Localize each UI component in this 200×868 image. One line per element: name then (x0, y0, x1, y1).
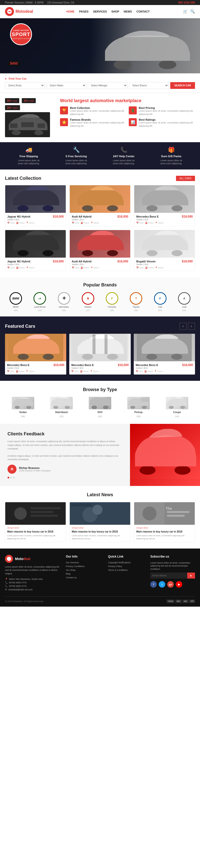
svg-point-31 (171, 354, 182, 360)
feedback-dot-1[interactable] (7, 477, 9, 478)
car-subtitle-3: Sedan | $16 (7, 263, 64, 266)
car-type-5: ⛽ Petrol (145, 267, 154, 269)
footer-link-shop[interactable]: Our Shop (66, 569, 103, 571)
svg-point-41 (169, 406, 174, 409)
list-item: Jaguar M1 Hybrid $18,000 Sedan | $16 📅 2… (5, 185, 66, 226)
car-price-5: $18,000 (182, 259, 193, 263)
footer-phone-1-text: 00765 0665 0776 (9, 581, 27, 584)
feature-pricing-text: Best Pricing Lorem ipsum dolor sit amet,… (139, 106, 195, 116)
search-icon[interactable]: 🔍 (190, 9, 195, 14)
news-svg-2: The (134, 502, 195, 525)
googleplus-icon[interactable]: g+ (167, 581, 174, 588)
type-hatchback[interactable]: Hatchback (21) (50, 397, 73, 417)
svg-point-17 (82, 250, 93, 256)
mileage-select[interactable]: Select Mileage (88, 82, 128, 89)
featured-header: Featured Cars ‹ › (5, 323, 195, 330)
brand-bmw[interactable]: BMW BMW (35) (9, 292, 22, 311)
footer-link-copyright[interactable]: Copyright Notifications (108, 561, 145, 564)
footer-link-privacy[interactable]: Privacy Policy (108, 565, 145, 567)
brand-audi[interactable]: A Audi (32) (178, 292, 191, 311)
nav-services[interactable]: Services (93, 10, 107, 13)
stat3-value: 20+ (7, 106, 12, 109)
brand-landrover[interactable]: LR Land Rover (22) (33, 292, 46, 311)
features-section: 50+ Cars 10+ Staff 20+ Years World large… (0, 93, 200, 142)
logo-text: Motodeal (15, 9, 33, 14)
brand-porsche[interactable]: P Porsche (20) (106, 292, 118, 311)
brand-porsche-name: Porsche (108, 306, 116, 308)
brand-bmw-logo: BMW (9, 292, 22, 305)
subscribe-button[interactable]: ► (187, 572, 195, 579)
car-subtitle-0: Sedan | $16 (7, 218, 64, 221)
svg-rect-6 (10, 123, 18, 128)
footer-bottom: © 2018 Motodeal. All Rights Reserved. VI… (5, 596, 195, 603)
nav-home[interactable]: Home (66, 10, 74, 13)
footer-link-services[interactable]: Our Services (66, 561, 103, 564)
news-title: Latest News (5, 492, 195, 497)
car-name-2: Mercedez Benz E (136, 215, 159, 218)
brand-audi-count: (32) (182, 309, 186, 311)
twitter-icon[interactable]: t (159, 581, 165, 588)
featured-car-meta-0: 📅 2021 ⛽ Petrol 📍 25214 (7, 370, 64, 373)
footer-logo-main: Moto (15, 557, 23, 561)
brand-toyota[interactable]: T Toyota (45) (130, 292, 142, 311)
nav-shop[interactable]: Shop (111, 10, 119, 13)
feedback-dot-2[interactable] (10, 477, 12, 478)
type-title: Browse by Type (5, 387, 195, 392)
all-cars-button[interactable]: ALL CARS (176, 176, 195, 181)
collection-section: Latest Collection ALL CARS Jaguar M1 Hyb… (0, 169, 200, 277)
svg-rect-59 (167, 515, 185, 517)
news-body-1: 28 April 2018 Main reasons to buy luxury… (70, 525, 130, 542)
brand-landrover-count: (22) (38, 309, 41, 311)
featured-car-body-1: Mercedez Benz E $16,000 Sedan | $15 📅 20… (69, 361, 131, 375)
svg-rect-48 (31, 507, 61, 509)
hero-badge-desc: Lorem ipsum sit amet (11, 37, 31, 39)
feedback-title: Clients Feedback (7, 431, 123, 437)
car-svg-5 (137, 230, 192, 258)
type-suv[interactable]: SUV (18) (89, 397, 111, 417)
type-grid: Sedan (36) Hatchback (21) (5, 397, 195, 417)
feedback-car-svg (130, 424, 200, 479)
nav-pages[interactable]: Pages (79, 10, 89, 13)
footer-link-blog[interactable]: Blog (66, 572, 103, 575)
search-car-button[interactable]: SEARCH CAR (170, 82, 195, 89)
type-coupe[interactable]: Coupe (14) (166, 397, 188, 417)
svg-point-13 (146, 205, 158, 211)
brand-mercedes[interactable]: ✦ Mercedes (34) (58, 292, 70, 311)
hero-car-visual (90, 18, 200, 73)
stats-row-2: 20+ Years (5, 105, 55, 110)
brand-fiat-logo: F (154, 292, 167, 305)
svg-point-19 (146, 250, 158, 256)
brand-select[interactable]: Select Brand (129, 82, 169, 89)
features-grid: 🏆 Best Collection Lorem ipsum dolor sit … (60, 106, 195, 127)
service-servicing: 🔧 5 Free Servicing Lorem ipsum dolor sit… (65, 147, 88, 165)
prev-arrow[interactable]: ‹ (179, 323, 187, 330)
featured-car-name-0: Mercedez Benz E (7, 364, 30, 367)
body-select[interactable]: Select Body (5, 82, 45, 89)
footer-logo-svg (6, 556, 11, 561)
type-sedan[interactable]: Sedan (36) (12, 397, 34, 417)
car-image-1 (70, 185, 130, 213)
brand-nissan[interactable]: N Nissan (17) (82, 292, 94, 311)
cart-icon[interactable]: 🛒 (183, 9, 188, 14)
svg-point-45 (174, 466, 191, 475)
type-pickup[interactable]: Pickup (28) (127, 397, 150, 417)
news-card-title-1: Main reasons to buy luxury car in 2018 (72, 530, 128, 533)
nav-contact[interactable]: Contact (136, 10, 150, 13)
next-arrow[interactable]: › (188, 323, 195, 330)
car-name-0: Jaguar M1 Hybrid (7, 215, 30, 218)
news-img-2: The (134, 502, 195, 525)
search-title: ● Find Your Car (5, 77, 195, 80)
footer-link-terms[interactable]: Terms & Conditions (108, 569, 145, 571)
youtube-icon[interactable]: ▶ (176, 581, 182, 588)
feedback-car-image (130, 424, 200, 486)
footer-link-contact[interactable]: Contact us (66, 576, 103, 579)
subscribe-email-input[interactable] (150, 572, 187, 579)
car-subtitle-2: Sedan | $16 (136, 218, 193, 221)
make-select[interactable]: Select Make (46, 82, 86, 89)
brand-fiat[interactable]: F Fiat (31) (154, 292, 167, 311)
nav-news[interactable]: News (124, 10, 132, 13)
ae-icon: AE (182, 599, 188, 603)
facebook-icon[interactable]: f (150, 581, 157, 588)
footer-link-conditions[interactable]: Privacy Conditions (66, 565, 103, 567)
feedback-dot-3[interactable] (13, 477, 15, 478)
